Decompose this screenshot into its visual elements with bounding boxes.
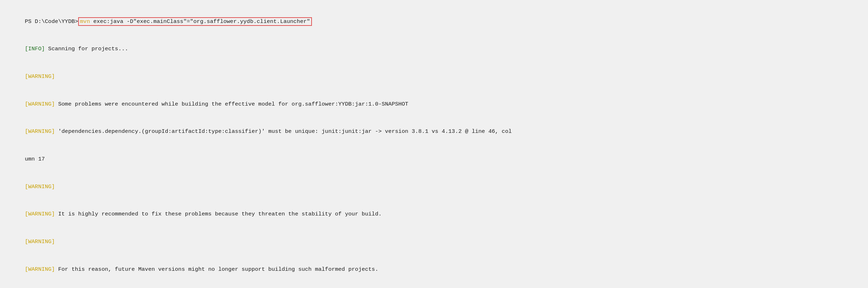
warning-bracket: [WARNING] — [25, 73, 55, 80]
warning-text: Some problems were encountered while bui… — [55, 101, 408, 107]
warning-bracket: [WARNING] — [25, 184, 55, 190]
warning-bracket: [WARNING] — [25, 101, 55, 107]
info-line-scanning: [INFO] Scanning for projects... — [11, 36, 857, 63]
command-highlight: mvn exec:java -D"exec.mainClass"="org.sa… — [78, 17, 312, 26]
warning-bracket: [WARNING] — [25, 266, 55, 273]
prompt-text: PS D:\Code\YYDB> — [25, 18, 78, 25]
warning-line-3: [WARNING] 'dependencies.dependency.(grou… — [11, 118, 857, 146]
terminal-window: PS D:\Code\YYDB>mvn exec:java -D"exec.ma… — [6, 4, 862, 288]
warning-text: It is highly recommended to fix these pr… — [55, 211, 382, 217]
warning-line-1: [WARNING] — [11, 63, 857, 90]
warning-continuation-text: umn 17 — [25, 156, 45, 162]
warning-bracket: [WARNING] — [25, 128, 55, 135]
info-bracket: [INFO] — [25, 46, 45, 52]
command-args: exec:java -D"exec.mainClass"="org.safflo… — [90, 18, 310, 25]
warning-line-8: [WARNING] — [11, 283, 857, 288]
warning-bracket: [WARNING] — [25, 238, 55, 245]
warning-text: For this reason, future Maven versions m… — [55, 266, 378, 273]
prompt-line: PS D:\Code\YYDB>mvn exec:java -D"exec.ma… — [11, 8, 857, 36]
warning-continuation: umn 17 — [11, 145, 857, 173]
warning-line-7: [WARNING] For this reason, future Maven … — [11, 256, 857, 283]
warning-bracket: [WARNING] — [25, 211, 55, 217]
warning-line-5: [WARNING] It is highly recommended to fi… — [11, 201, 857, 228]
warning-line-2: [WARNING] Some problems were encountered… — [11, 90, 857, 118]
info-text: Scanning for projects... — [45, 46, 128, 52]
warning-line-6: [WARNING] — [11, 228, 857, 256]
warning-line-4: [WARNING] — [11, 173, 857, 201]
mvn-keyword: mvn — [80, 18, 90, 25]
warning-text: 'dependencies.dependency.(groupId:artifa… — [55, 128, 512, 135]
